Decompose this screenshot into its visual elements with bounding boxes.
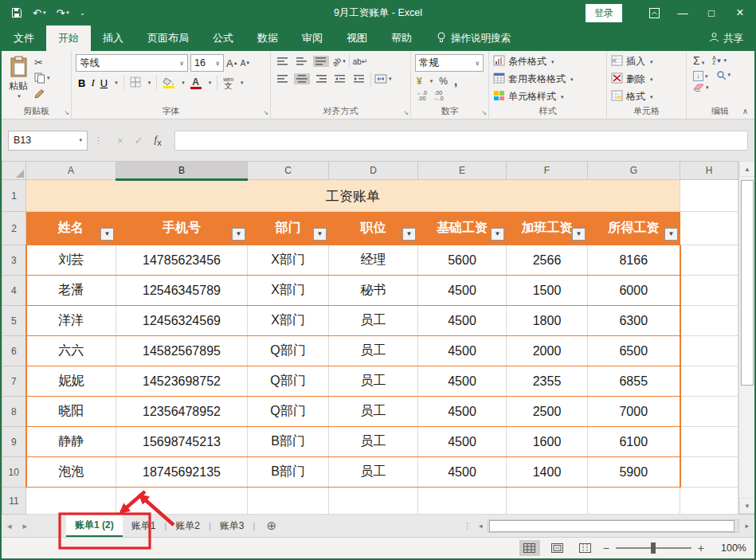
cut-icon[interactable]: ✂ <box>34 57 50 69</box>
borders-icon[interactable] <box>130 76 141 90</box>
cell-H5[interactable] <box>680 306 738 336</box>
cell-F6[interactable]: 2000 <box>507 336 588 366</box>
cell-G8[interactable]: 7000 <box>588 397 680 427</box>
cell-A11[interactable] <box>26 488 116 515</box>
zoom-slider-thumb[interactable] <box>651 542 656 554</box>
row-header-6[interactable]: 6 <box>2 336 26 366</box>
number-format-select[interactable]: 常规∨ <box>415 54 484 72</box>
number-dialog-launcher-icon[interactable]: ↘ <box>481 109 487 116</box>
cell-H1[interactable] <box>680 180 738 212</box>
merge-center-icon[interactable]: ▾ <box>374 74 392 84</box>
cell-F3[interactable]: 2566 <box>507 245 588 276</box>
header-cell-所得工资[interactable]: 所得工资▼ <box>588 212 680 245</box>
undo-icon[interactable]: ↶▾ <box>33 7 45 19</box>
save-icon[interactable] <box>11 7 22 18</box>
increase-indent-icon[interactable] <box>351 73 367 84</box>
hscroll-right-icon[interactable]: ▸ <box>742 522 751 530</box>
bold-button[interactable]: B <box>78 77 85 89</box>
font-color-icon[interactable]: A <box>190 77 202 89</box>
cell-A10[interactable]: 泡泡 <box>26 457 116 488</box>
row-header-2[interactable]: 2 <box>2 212 26 245</box>
fill-color-dropdown-icon[interactable]: ▾ <box>182 80 185 86</box>
tab-splitter-handle[interactable]: ⋮ <box>461 521 473 531</box>
cell-G11[interactable] <box>588 488 680 515</box>
cell-B11[interactable] <box>116 488 248 515</box>
paste-dropdown-icon[interactable]: ▾ <box>18 93 21 100</box>
zoom-level[interactable]: 100% <box>711 542 746 554</box>
header-cell-手机号[interactable]: 手机号▼ <box>116 212 248 245</box>
cell-E10[interactable]: 4500 <box>418 457 507 488</box>
redo-icon[interactable]: ↷▾ <box>56 7 69 19</box>
maximize-button[interactable]: □ <box>697 0 726 25</box>
orientation-icon[interactable]: ab▾ <box>332 57 346 66</box>
scroll-up-icon[interactable]: ▲ <box>739 161 755 177</box>
cell-H10[interactable] <box>680 457 738 488</box>
font-color-dropdown-icon[interactable]: ▾ <box>209 80 212 86</box>
ribbon-tab-审阅[interactable]: 审阅 <box>290 25 335 51</box>
column-header-B[interactable]: B <box>116 162 248 180</box>
row-header-10[interactable]: 10 <box>2 457 26 488</box>
name-box-dropdown-icon[interactable]: ▾ <box>79 137 82 143</box>
row-header-1[interactable]: 1 <box>2 180 26 212</box>
row-header-9[interactable]: 9 <box>2 427 26 457</box>
ribbon-tab-帮助[interactable]: 帮助 <box>379 25 424 51</box>
fill-color-icon[interactable] <box>163 77 174 88</box>
align-bottom-icon[interactable] <box>313 56 329 67</box>
format-painter-icon[interactable] <box>34 88 50 102</box>
cell-A4[interactable]: 老潘 <box>26 276 116 306</box>
normal-view-icon[interactable] <box>519 540 540 556</box>
ribbon-tab-数据[interactable]: 数据 <box>245 25 290 51</box>
sign-in-button[interactable]: 登录 <box>586 4 622 22</box>
underline-button[interactable]: U <box>100 77 108 89</box>
cell-F10[interactable]: 1400 <box>507 457 588 488</box>
sheet-nav-right-icon[interactable]: ▸ <box>18 515 33 537</box>
cell-F11[interactable] <box>507 488 588 515</box>
phonetic-dropdown-icon[interactable]: ▾ <box>241 80 244 86</box>
cell-A3[interactable]: 刘芸 <box>26 245 116 276</box>
cell-H6[interactable] <box>680 336 738 366</box>
cell-B6[interactable]: 14582567895 <box>116 336 248 366</box>
cell-B4[interactable]: 12546345789 <box>116 276 248 306</box>
row-header-11[interactable]: 11 <box>2 488 26 515</box>
ribbon-tab-开始[interactable]: 开始 <box>46 25 91 51</box>
header-cell-职位[interactable]: 职位▼ <box>329 212 418 245</box>
styles-item-条件格式[interactable]: 条件格式▾ <box>493 54 602 69</box>
tell-me-search[interactable]: 操作说明搜索 <box>437 25 511 51</box>
header-cell-部门[interactable]: 部门▼ <box>248 212 329 245</box>
confirm-entry-icon[interactable]: ✓ <box>135 135 143 147</box>
underline-dropdown-icon[interactable]: ▾ <box>115 80 118 86</box>
ribbon-display-options-icon[interactable] <box>640 0 668 25</box>
ribbon-tab-公式[interactable]: 公式 <box>201 25 245 51</box>
styles-item-单元格样式[interactable]: 单元格样式▾ <box>493 89 602 104</box>
decrease-font-icon[interactable]: A▼ <box>241 59 251 68</box>
filter-button-手机号[interactable]: ▼ <box>232 228 245 241</box>
cell-H9[interactable] <box>680 427 738 457</box>
ribbon-tab-视图[interactable]: 视图 <box>335 25 379 51</box>
fill-icon[interactable]: ↓▾ <box>693 69 708 81</box>
cell-B8[interactable]: 12356478952 <box>116 397 248 427</box>
font-dialog-launcher-icon[interactable]: ↘ <box>263 109 268 116</box>
align-middle-icon[interactable] <box>294 56 310 67</box>
table-title-cell[interactable]: 工资账单 <box>26 180 680 212</box>
copy-icon[interactable]: ▾ <box>34 72 50 84</box>
share-button[interactable]: 共享 <box>709 25 743 51</box>
cell-C10[interactable]: B部门 <box>248 457 329 488</box>
zoom-out-icon[interactable]: − <box>603 542 609 554</box>
sort-filter-icon[interactable]: AZ ▼▾ <box>712 56 727 65</box>
formula-input[interactable] <box>174 131 748 151</box>
insert-function-icon[interactable]: fx <box>155 133 162 147</box>
undo-dropdown-icon[interactable]: ▾ <box>43 10 46 16</box>
column-header-H[interactable]: H <box>680 162 738 180</box>
increase-font-icon[interactable]: A▲ <box>226 57 238 69</box>
find-select-icon[interactable]: ▾ <box>716 70 731 80</box>
percent-style-icon[interactable]: % <box>439 76 448 87</box>
cell-E4[interactable]: 4500 <box>418 276 507 306</box>
cell-G10[interactable]: 5900 <box>588 457 680 488</box>
cell-H2[interactable] <box>680 212 738 245</box>
row-header-5[interactable]: 5 <box>2 306 26 336</box>
decrease-decimal-icon[interactable]: .00→.0 <box>433 90 444 101</box>
cell-F7[interactable]: 2355 <box>507 366 588 397</box>
cell-D6[interactable]: 员工 <box>329 336 418 366</box>
increase-decimal-icon[interactable]: ←.0.00 <box>417 90 427 101</box>
cell-C11[interactable] <box>248 488 329 515</box>
